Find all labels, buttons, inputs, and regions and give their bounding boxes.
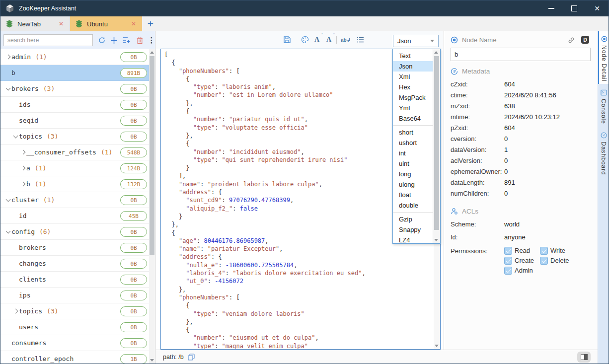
tab-close-icon[interactable]: ✕ bbox=[130, 20, 137, 27]
acls-icon bbox=[451, 208, 458, 215]
scroll-down-icon[interactable] bbox=[434, 239, 438, 241]
dropdown-option[interactable]: Yml bbox=[393, 103, 433, 113]
format-list-icon[interactable] bbox=[355, 34, 366, 45]
chevron-right-icon[interactable] bbox=[4, 55, 11, 59]
tree-node[interactable]: users0B bbox=[0, 319, 155, 335]
minimize-button[interactable] bbox=[540, 0, 563, 16]
node-name-input[interactable] bbox=[451, 48, 591, 61]
tree-node[interactable]: b891B bbox=[0, 65, 155, 81]
tree-node[interactable]: topics(3)0B bbox=[0, 129, 155, 145]
checkbox-checked-icon[interactable] bbox=[504, 267, 512, 275]
scroll-down-icon[interactable] bbox=[435, 345, 439, 347]
format-select[interactable]: Json bbox=[393, 35, 439, 47]
dropdown-option[interactable]: Base64 bbox=[393, 113, 433, 124]
dropdown-option[interactable]: MsgPack bbox=[393, 92, 433, 103]
field-label: ephemeralOwner: bbox=[451, 168, 504, 179]
tree-node[interactable]: topics(3)0B bbox=[0, 303, 155, 319]
dropdown-option[interactable]: Hex bbox=[393, 82, 433, 92]
chevron-down-icon[interactable] bbox=[4, 231, 11, 233]
tree-node[interactable]: a(1)124B bbox=[0, 160, 155, 176]
link-icon[interactable] bbox=[567, 36, 575, 44]
dropdown-option[interactable]: LZ4 bbox=[393, 235, 433, 243]
dropdown-option[interactable]: Text bbox=[393, 51, 433, 61]
checkbox-checked-icon[interactable] bbox=[540, 247, 548, 255]
dropdown-option[interactable]: ushort bbox=[393, 138, 433, 148]
tree-node[interactable]: controller_epoch1B bbox=[0, 351, 155, 364]
scroll-down-icon[interactable] bbox=[150, 359, 154, 362]
chevron-down-icon[interactable] bbox=[4, 199, 11, 201]
copy-icon[interactable] bbox=[188, 354, 195, 361]
tree-node[interactable]: __consumer_offsets(1)548B bbox=[0, 145, 155, 160]
side-tab-node-detail[interactable]: Node Detail bbox=[598, 31, 609, 84]
field-value: 2024/6/20 10:23:12 bbox=[504, 113, 560, 124]
scroll-up-icon[interactable] bbox=[150, 51, 154, 54]
tree-node[interactable]: b(1)132B bbox=[0, 176, 155, 192]
tree-node[interactable]: admin(1)0B bbox=[0, 49, 155, 65]
dropdown-option[interactable]: ulong bbox=[393, 179, 433, 190]
tree-node-name: controller_epoch bbox=[11, 355, 74, 363]
dropdown-option[interactable]: Xml bbox=[393, 72, 433, 82]
data-mode-icon[interactable]: D bbox=[581, 36, 589, 44]
expand-tree-icon[interactable] bbox=[120, 35, 132, 46]
dropdown-option[interactable]: Json bbox=[393, 61, 433, 72]
theme-icon[interactable] bbox=[300, 34, 310, 45]
checkbox-checked-icon[interactable] bbox=[504, 257, 512, 265]
chevron-right-icon[interactable] bbox=[19, 150, 26, 154]
refresh-icon[interactable] bbox=[96, 35, 108, 46]
node-name-label: Node Name bbox=[462, 36, 496, 44]
scroll-up-icon[interactable] bbox=[434, 51, 438, 54]
code-line: "name": "pariatur Excepteur", bbox=[164, 245, 433, 253]
checkbox-checked-icon[interactable] bbox=[540, 257, 548, 265]
dropdown-option[interactable]: Snappy bbox=[393, 224, 433, 235]
dropdown-option[interactable]: Gzip bbox=[393, 214, 433, 224]
tree-node[interactable]: id45B bbox=[0, 208, 155, 224]
chevron-right-icon[interactable] bbox=[19, 182, 26, 186]
chevron-down-icon[interactable] bbox=[4, 88, 11, 90]
tree-node[interactable]: brokers(3)0B bbox=[0, 81, 155, 97]
tree-node[interactable]: config(6)0B bbox=[0, 224, 155, 240]
checkbox-checked-icon[interactable] bbox=[504, 247, 512, 255]
chevron-right-icon[interactable] bbox=[19, 166, 26, 170]
toggle-panel-button[interactable] bbox=[577, 352, 591, 363]
font-decrease-icon[interactable]: Aˇ bbox=[323, 34, 334, 45]
delete-icon[interactable] bbox=[134, 35, 146, 46]
tree-node[interactable]: changes0B bbox=[0, 256, 155, 272]
side-tab-console[interactable]: Console bbox=[598, 89, 609, 129]
side-tab-dashboard[interactable]: Dashboard bbox=[598, 132, 609, 180]
node-tree: admin(1)0Bb891Bbrokers(3)0Bids0Bseqid0Bt… bbox=[0, 49, 155, 364]
dropdown-option[interactable]: double bbox=[393, 200, 433, 211]
new-tab-button[interactable]: + bbox=[142, 16, 159, 31]
dropdown-scroll-thumb[interactable] bbox=[434, 56, 439, 230]
tree-node[interactable]: consumers0B bbox=[0, 335, 155, 351]
dropdown-option[interactable]: int bbox=[393, 148, 433, 158]
word-wrap-icon[interactable]: ab↲ bbox=[340, 34, 351, 45]
tree-scrollbar[interactable] bbox=[149, 49, 155, 364]
tree-scroll-thumb[interactable] bbox=[150, 56, 154, 255]
dropdown-scrollbar[interactable] bbox=[433, 49, 440, 243]
dropdown-option[interactable]: short bbox=[393, 127, 433, 138]
field-value: 604 bbox=[504, 80, 515, 91]
dropdown-option[interactable]: float bbox=[393, 190, 433, 200]
tab-close-icon[interactable]: ✕ bbox=[58, 20, 65, 27]
tab-ubuntu[interactable]: Ubuntu ✕ bbox=[70, 16, 142, 31]
search-input[interactable] bbox=[3, 34, 93, 46]
tree-node[interactable]: brokers0B bbox=[0, 240, 155, 256]
node-size-badge: 124B bbox=[120, 163, 147, 173]
close-button[interactable]: ✕ bbox=[586, 0, 609, 16]
chevron-down-icon[interactable] bbox=[12, 136, 19, 138]
dropdown-option[interactable]: uint bbox=[393, 158, 433, 169]
tab-newtab[interactable]: NewTab ✕ bbox=[0, 16, 70, 31]
tree-node-count: (3) bbox=[43, 85, 55, 92]
tree-node[interactable]: clients0B bbox=[0, 272, 155, 288]
save-icon[interactable] bbox=[282, 34, 293, 45]
dropdown-option[interactable]: long bbox=[393, 169, 433, 179]
maximize-button[interactable] bbox=[563, 0, 586, 16]
chevron-right-icon[interactable] bbox=[12, 309, 19, 313]
node-size-badge: 0B bbox=[120, 275, 147, 285]
font-increase-icon[interactable]: Aˆ bbox=[311, 34, 322, 45]
add-node-icon[interactable] bbox=[108, 35, 120, 46]
tree-node[interactable]: cluster(1)0B bbox=[0, 192, 155, 208]
tree-node[interactable]: ids0B bbox=[0, 97, 155, 113]
tree-node[interactable]: ips0B bbox=[0, 288, 155, 303]
tree-node[interactable]: seqid0B bbox=[0, 113, 155, 129]
